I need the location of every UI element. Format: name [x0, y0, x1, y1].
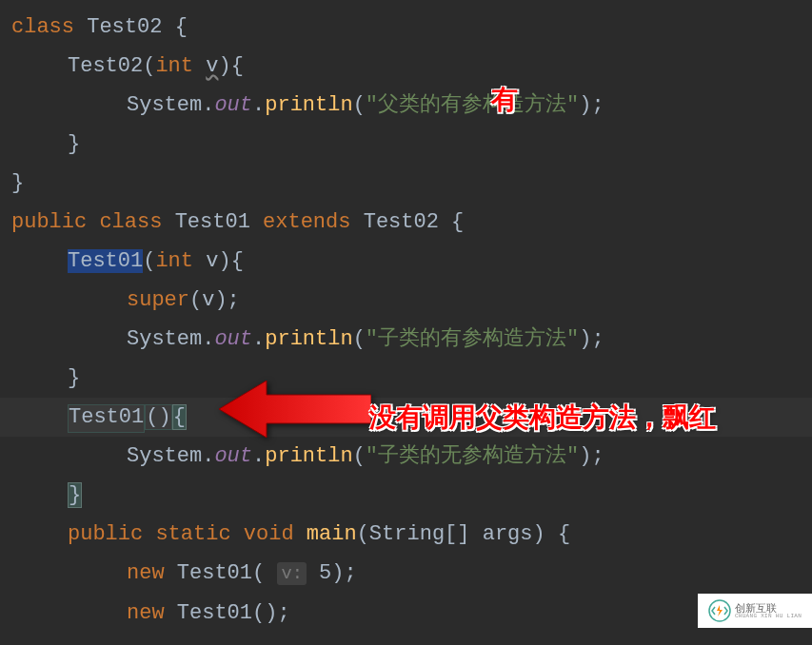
paren: ( [143, 249, 155, 273]
param-hint: v: [277, 562, 306, 585]
keyword-class: class [11, 15, 74, 39]
text: (v); [189, 288, 240, 312]
keyword-new: new [127, 561, 165, 585]
space [250, 210, 263, 234]
keyword-public: public [68, 522, 143, 546]
code-line[interactable]: Test02(int v){ [0, 47, 812, 86]
dot: . [252, 93, 265, 117]
code-line[interactable]: System.out.println("子类的有参构造方法"); [0, 320, 812, 359]
object-ref: System. [127, 444, 214, 468]
close-brace: } [11, 171, 24, 195]
paren: ( [353, 327, 366, 351]
space [143, 522, 155, 546]
string-literal: "子类的无参构造方法" [366, 444, 579, 468]
paren: ( [353, 93, 366, 117]
open-brace: { [172, 404, 187, 430]
field-out: out [214, 327, 252, 351]
code-line[interactable]: } [0, 476, 812, 515]
parent-class: Test02 { [364, 210, 465, 234]
paren: ); [579, 93, 604, 117]
field-out: out [214, 444, 252, 468]
space [165, 601, 177, 625]
text: ){ [218, 54, 243, 78]
string-literal: "父类的有参构造方法" [366, 93, 579, 117]
code-line[interactable]: System.out.println("父类的有参构造方法"); [0, 86, 812, 125]
code-line[interactable]: super(v); [0, 281, 812, 320]
keyword-new: new [127, 601, 165, 625]
code-line[interactable]: new Test01( v: 5); [0, 554, 812, 594]
keyword-static: static [155, 522, 230, 546]
constructor-call: Test01(); [177, 601, 290, 625]
code-line[interactable]: System.out.println("子类的无参构造方法"); [0, 437, 812, 476]
dot: . [252, 327, 265, 351]
code-line[interactable]: public static void main(String[] args) { [0, 515, 812, 554]
keyword-super: super [127, 288, 189, 312]
code-line[interactable]: } [0, 164, 812, 203]
string-literal: "子类的有参构造方法" [366, 327, 579, 351]
params: (String[] args) { [357, 522, 570, 546]
space [165, 561, 177, 585]
watermark-badge: 创新互联 CHUANG XIN HU LIAN [698, 594, 812, 628]
watermark-text-py: CHUANG XIN HU LIAN [735, 614, 802, 619]
annotation-arrow-icon [219, 381, 371, 438]
keyword-int: int [155, 54, 193, 78]
text: v){ [193, 249, 244, 273]
constructor-call: Test01( [177, 561, 278, 585]
object-ref: System. [127, 327, 214, 351]
method-println: println [265, 93, 352, 117]
space [162, 210, 174, 234]
close-brace-matched: } [68, 482, 82, 508]
code-line[interactable]: public class Test01 extends Test02 { [0, 203, 812, 242]
method-println: println [265, 444, 352, 468]
keyword-extends: extends [263, 210, 350, 234]
method-println: println [265, 327, 352, 351]
annotation-error-label: 没有调用父类构造方法，飘红 [369, 400, 716, 436]
parens: () [145, 404, 171, 430]
method-main: main [307, 522, 357, 546]
constructor-error: Test01 [68, 404, 145, 433]
watermark-text-zh: 创新互联 [735, 603, 802, 614]
close-brace: } [68, 366, 80, 390]
keyword-class: class [99, 210, 162, 234]
object-ref: System. [127, 93, 214, 117]
watermark-logo-icon [708, 599, 731, 622]
close-brace: } [68, 132, 80, 156]
paren: ( [353, 444, 366, 468]
code-editor[interactable]: class Test02 { Test02(int v){ System.out… [0, 0, 812, 640]
code-line[interactable]: } [0, 359, 812, 398]
paren: ); [579, 327, 604, 351]
arg-value: 5); [307, 561, 357, 585]
keyword-void: void [244, 522, 294, 546]
space [294, 522, 307, 546]
code-line[interactable]: new Test01(); [0, 594, 812, 633]
code-line[interactable]: Test01(int v){ [0, 242, 812, 281]
space [231, 522, 244, 546]
code-line[interactable]: } [0, 125, 812, 164]
paren: ); [579, 444, 604, 468]
param-var: v [206, 54, 218, 78]
keyword-int: int [155, 249, 193, 273]
keyword-public: public [11, 210, 87, 234]
code-line[interactable]: class Test02 { [0, 8, 812, 47]
constructor-name: Test02( [68, 54, 155, 78]
constructor-selected: Test01 [68, 249, 143, 273]
dot: . [252, 444, 265, 468]
class-name: Test01 [175, 210, 250, 234]
annotation-typo-overlay: 有 [491, 82, 518, 118]
space [87, 210, 99, 234]
class-decl: Test02 { [74, 15, 188, 39]
space [350, 210, 363, 234]
text [193, 54, 206, 78]
field-out: out [214, 93, 252, 117]
